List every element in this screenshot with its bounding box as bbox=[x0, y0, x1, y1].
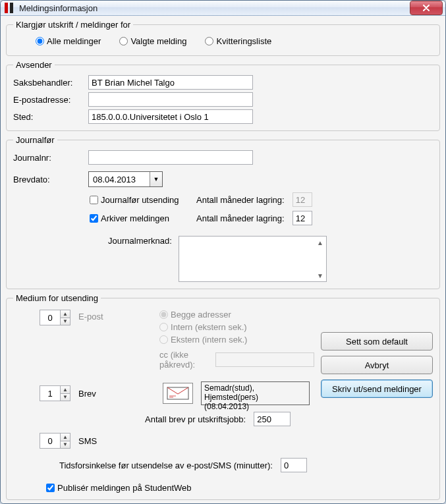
brev-label: Brev bbox=[78, 389, 115, 399]
chevron-down-icon[interactable]: ▼ bbox=[150, 172, 162, 186]
radio-ekstern-label: Ekstern (intern sek.) bbox=[171, 335, 247, 345]
spin-down-icon[interactable]: ▼ bbox=[61, 393, 70, 401]
antall-mnd-label-2: Antall måneder lagring: bbox=[196, 213, 285, 223]
sms-count-input[interactable] bbox=[40, 434, 60, 448]
radio-all-label: Alle meldinger bbox=[47, 36, 101, 46]
journalnr-label: Journalnr: bbox=[13, 153, 84, 163]
check-journalfor-label: Journalfør utsending bbox=[101, 195, 179, 205]
group-prepare: Klargjør utskrift / meldinger for Alle m… bbox=[6, 20, 440, 56]
cc-field bbox=[215, 352, 314, 367]
delay-field[interactable] bbox=[281, 458, 307, 472]
group-journal-legend: Journalfør bbox=[13, 135, 57, 145]
sted-label: Sted: bbox=[13, 112, 84, 122]
radio-begge: Begge adresser bbox=[159, 310, 314, 320]
group-medium-legend: Medium for utsending bbox=[13, 293, 101, 303]
radio-begge-label: Begge adresser bbox=[171, 310, 231, 320]
epost-label: E-post bbox=[78, 312, 112, 322]
check-arkiver-input[interactable] bbox=[90, 214, 98, 223]
spin-up-icon[interactable]: ▲ bbox=[61, 386, 70, 393]
radio-all-input[interactable] bbox=[36, 37, 44, 45]
brev-address-line2: (08.04.2013) bbox=[204, 402, 306, 411]
antall-mnd-field[interactable] bbox=[293, 211, 312, 225]
group-medium: Medium for utsending ▲▼ E-post Begge adr… bbox=[6, 293, 440, 500]
check-arkiver[interactable]: Arkiver meldingen bbox=[90, 213, 188, 223]
radio-selected[interactable]: Valgte melding bbox=[119, 36, 186, 46]
group-journal: Journalfør Journalnr: Brevdato: ▼ Journa… bbox=[6, 135, 440, 289]
app-icon bbox=[5, 3, 15, 13]
radio-receipt-label: Kvitteringsliste bbox=[216, 36, 271, 46]
spin-up-icon[interactable]: ▲ bbox=[61, 434, 70, 441]
antall-brev-label: Antall brev pr utskriftsjobb: bbox=[145, 414, 246, 424]
radio-intern-input bbox=[159, 323, 168, 331]
letter-icon[interactable] bbox=[163, 383, 193, 404]
window: Meldingsinformasjon Klargjør utskrift / … bbox=[0, 0, 446, 504]
sms-label: SMS bbox=[78, 436, 97, 446]
antall-mnd-disabled bbox=[293, 192, 312, 207]
radio-ekstern: Ekstern (intern sek.) bbox=[159, 335, 314, 345]
radio-selected-label: Valgte melding bbox=[130, 36, 186, 46]
cc-label: cc (ikke påkrevd): bbox=[159, 350, 211, 370]
scroll-up-icon[interactable]: ▲ bbox=[316, 238, 325, 247]
check-publiser-label: Publisér meldingen på StudentWeb bbox=[57, 483, 192, 493]
brev-count-input[interactable] bbox=[40, 386, 60, 401]
close-icon bbox=[423, 5, 430, 11]
client-area: Klargjør utskrift / meldinger for Alle m… bbox=[1, 16, 445, 504]
delay-label: Tidsforsinkelse før utsendelse av e-post… bbox=[59, 461, 273, 470]
brevdato-input[interactable] bbox=[89, 172, 150, 186]
epost-count-spinner[interactable]: ▲▼ bbox=[40, 310, 70, 325]
group-prepare-legend: Klargjør utskrift / meldinger for bbox=[13, 20, 133, 30]
radio-intern: Intern (ekstern sek.) bbox=[159, 322, 314, 332]
antall-mnd-label-1: Antall måneder lagring: bbox=[196, 195, 285, 205]
group-sender-legend: Avsender bbox=[13, 60, 55, 70]
epost-count-input[interactable] bbox=[40, 310, 60, 325]
check-journalfor-input[interactable] bbox=[90, 196, 98, 204]
cancel-button[interactable]: Avbryt bbox=[321, 356, 433, 374]
brevdato-label: Brevdato: bbox=[13, 175, 84, 184]
brevdato-field[interactable]: ▼ bbox=[88, 171, 163, 187]
close-button[interactable] bbox=[410, 1, 443, 15]
radio-receipt-input[interactable] bbox=[205, 37, 213, 45]
check-publiser[interactable]: Publisér meldingen på StudentWeb bbox=[46, 483, 192, 493]
brev-address-box[interactable]: Semadr(stud), Hjemsted(pers) (08.04.2013… bbox=[201, 381, 310, 405]
radio-selected-input[interactable] bbox=[119, 37, 128, 45]
sted-field[interactable] bbox=[88, 109, 253, 124]
check-publiser-input[interactable] bbox=[46, 484, 55, 492]
radio-begge-input bbox=[159, 310, 168, 319]
check-journalfor-utsending[interactable]: Journalfør utsending bbox=[90, 195, 188, 205]
spin-down-icon[interactable]: ▼ bbox=[61, 318, 70, 325]
titlebar: Meldingsinformasjon bbox=[1, 1, 445, 16]
set-default-button[interactable]: Sett som default bbox=[321, 332, 433, 350]
spin-up-icon[interactable]: ▲ bbox=[61, 310, 70, 318]
radio-ekstern-input bbox=[159, 335, 168, 344]
brev-count-spinner[interactable]: ▲▼ bbox=[40, 385, 70, 401]
scroll-down-icon[interactable]: ▼ bbox=[316, 271, 325, 280]
epost-field[interactable] bbox=[88, 92, 253, 107]
merknad-label: Journalmerknad: bbox=[108, 236, 172, 282]
brev-address-line1: Semadr(stud), Hjemsted(pers) bbox=[204, 383, 306, 402]
group-sender: Avsender Saksbehandler: E-postadresse: S… bbox=[6, 60, 440, 131]
radio-intern-label: Intern (ekstern sek.) bbox=[171, 322, 247, 332]
window-title: Meldingsinformasjon bbox=[19, 3, 410, 13]
radio-all[interactable]: Alle meldinger bbox=[36, 36, 101, 46]
merknad-textarea[interactable]: ▲ ▼ bbox=[179, 236, 327, 282]
epost-label: E-postadresse: bbox=[13, 95, 84, 105]
check-arkiver-label: Arkiver meldingen bbox=[101, 213, 169, 223]
journalnr-field[interactable] bbox=[88, 150, 253, 165]
sms-count-spinner[interactable]: ▲▼ bbox=[40, 433, 70, 449]
saksbehandler-field[interactable] bbox=[88, 75, 253, 90]
radio-receipt[interactable]: Kvitteringsliste bbox=[205, 36, 271, 46]
spin-down-icon[interactable]: ▼ bbox=[61, 441, 70, 449]
saksbehandler-label: Saksbehandler: bbox=[13, 78, 84, 88]
antall-brev-field[interactable] bbox=[254, 412, 291, 426]
send-button[interactable]: Skriv ut/send meldinger bbox=[321, 379, 433, 398]
